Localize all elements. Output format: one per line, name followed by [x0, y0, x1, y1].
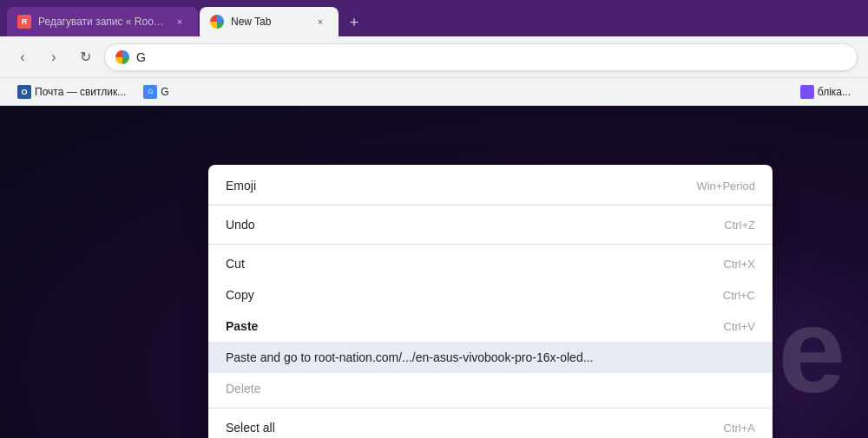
menu-item-undo[interactable]: Undo Ctrl+Z	[208, 209, 773, 240]
menu-item-paste-label: Paste	[226, 319, 258, 333]
tab-new-tab-title: New Tab	[231, 16, 306, 28]
menu-item-undo-shortcut: Ctrl+Z	[724, 219, 755, 232]
outlook-icon: O	[17, 85, 31, 99]
omnibox-value: G	[136, 50, 846, 64]
menu-item-paste-shortcut: Ctrl+V	[724, 320, 755, 333]
menu-item-cut-label: Cut	[226, 257, 245, 271]
page-content: le Emoji Win+Period Undo Ctrl+Z Cut Ctrl…	[0, 106, 868, 438]
menu-item-cut-shortcut: Ctrl+X	[724, 258, 755, 271]
purple-bookmark-icon	[800, 85, 814, 99]
menu-item-delete-label: Delete	[226, 382, 260, 396]
menu-item-cut[interactable]: Cut Ctrl+X	[208, 248, 773, 279]
toolbar: ‹ › ↻ G	[0, 36, 868, 78]
menu-item-paste-go[interactable]: Paste and go to root-nation.com/.../en-a…	[208, 342, 773, 373]
divider-3	[208, 408, 773, 409]
tab-new-tab-close[interactable]: ×	[312, 14, 328, 29]
menu-item-copy-label: Copy	[226, 288, 254, 302]
root-nation-favicon: R	[17, 15, 31, 29]
bookmark-more-label: бліка...	[818, 86, 851, 98]
bookmark-docs-label: G	[161, 86, 168, 98]
menu-item-undo-label: Undo	[226, 218, 254, 232]
forward-button[interactable]: ›	[42, 45, 66, 69]
menu-item-emoji[interactable]: Emoji Win+Period	[208, 170, 773, 201]
back-button[interactable]: ‹	[10, 45, 35, 69]
bookmark-outlook[interactable]: O Почта — свитлик...	[10, 82, 133, 102]
divider-2	[208, 244, 773, 245]
omnibox-favicon	[115, 50, 129, 64]
tab-bar: R Редагувати запис « Root Nation × New T…	[0, 0, 868, 36]
menu-item-copy-shortcut: Ctrl+C	[723, 289, 755, 302]
menu-item-delete: Delete	[208, 373, 773, 404]
menu-item-paste-go-label: Paste and go to root-nation.com/.../en-a…	[226, 350, 593, 364]
bookmark-outlook-label: Почта — свитлик...	[35, 86, 126, 98]
bookmarks-bar: O Почта — свитлик... G G бліка...	[0, 78, 868, 106]
menu-item-copy[interactable]: Copy Ctrl+C	[208, 279, 773, 311]
context-menu: Emoji Win+Period Undo Ctrl+Z Cut Ctrl+X …	[208, 165, 773, 438]
menu-item-paste[interactable]: Paste Ctrl+V	[208, 311, 773, 342]
menu-item-select-all-shortcut: Ctrl+A	[724, 422, 755, 435]
omnibox[interactable]: G	[104, 43, 858, 71]
bookmark-docs[interactable]: G G	[136, 82, 175, 102]
google-tab-favicon	[210, 15, 224, 29]
tab-root-nation-title: Редагувати запис « Root Nation	[38, 16, 165, 28]
bookmark-more[interactable]: бліка...	[793, 82, 858, 102]
browser-frame: R Редагувати запис « Root Nation × New T…	[0, 0, 868, 438]
docs-icon: G	[143, 85, 157, 99]
tab-root-nation[interactable]: R Редагувати запис « Root Nation ×	[7, 7, 198, 36]
tab-root-nation-close[interactable]: ×	[172, 14, 187, 29]
menu-item-select-all[interactable]: Select all Ctrl+A	[208, 412, 773, 438]
menu-item-emoji-label: Emoji	[226, 179, 256, 193]
new-tab-button[interactable]: +	[340, 10, 368, 35]
reload-button[interactable]: ↻	[73, 45, 97, 69]
divider-1	[208, 205, 773, 206]
menu-item-select-all-label: Select all	[226, 421, 275, 435]
menu-item-emoji-shortcut: Win+Period	[696, 180, 755, 193]
tab-new-tab[interactable]: New Tab ×	[200, 7, 339, 36]
